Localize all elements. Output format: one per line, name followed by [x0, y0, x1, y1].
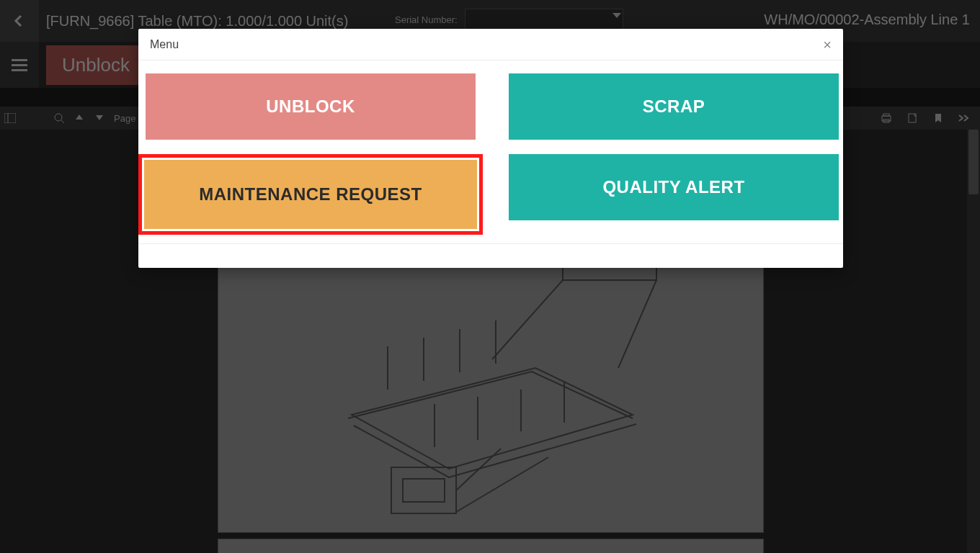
modal-body: UNBLOCK SCRAP MAINTENANCE REQUEST QUALIT…: [138, 60, 843, 243]
menu-modal: Menu × UNBLOCK SCRAP MAINTENANCE REQUEST…: [138, 29, 843, 268]
modal-header: Menu ×: [138, 29, 843, 60]
modal-close-button[interactable]: ×: [823, 37, 832, 52]
scrap-button[interactable]: SCRAP: [509, 73, 839, 140]
focused-button-highlight: MAINTENANCE REQUEST: [138, 154, 483, 235]
modal-footer: [138, 243, 843, 268]
unblock-button[interactable]: UNBLOCK: [146, 73, 476, 140]
quality-alert-button[interactable]: QUALITY ALERT: [509, 154, 839, 220]
maintenance-request-button[interactable]: MAINTENANCE REQUEST: [144, 160, 477, 229]
modal-title: Menu: [150, 38, 179, 51]
